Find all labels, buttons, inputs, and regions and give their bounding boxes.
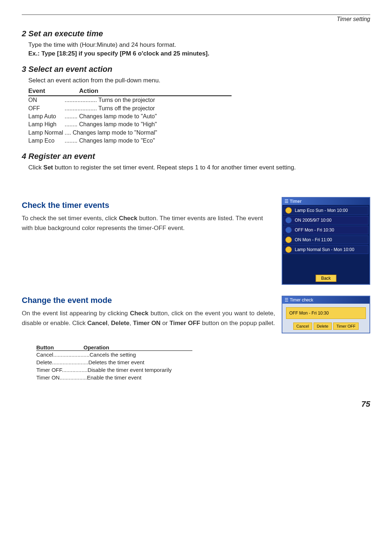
timer-item[interactable]: ON 2005/9/7 10:00 — [283, 216, 368, 225]
timer-item[interactable]: Lamp Eco Sun - Mon 10:00 — [283, 206, 368, 215]
step4-body: Click Set button to register the set tim… — [28, 163, 370, 172]
button-table-header: Button Operation — [36, 344, 192, 351]
button-head-button: Button — [36, 344, 83, 350]
event-row: Lamp Eco........ Changes lamp mode to "E… — [28, 137, 232, 145]
check-title: Check the timer events — [22, 201, 275, 210]
button-op-table: Button Operation Cancel.................… — [36, 344, 192, 381]
button-row: Delete........................Deletes th… — [36, 358, 192, 366]
page-header: Timer setting — [22, 15, 370, 22]
cancel-button[interactable]: Cancel — [293, 323, 312, 330]
clock-icon — [285, 227, 292, 233]
step2-line2: Ex.: Type [18:25] if you specify [PM 6 o… — [28, 50, 209, 57]
timer-panel-title: ☰ Timer — [282, 198, 369, 205]
clock-icon — [285, 237, 292, 243]
popup-buttons: Cancel Delete Timer OFF — [285, 323, 367, 330]
timer-off-button[interactable]: Timer OFF — [333, 323, 359, 330]
timer-icon: ☰ — [285, 199, 290, 204]
step2-title: 2 Set an execute time — [22, 29, 370, 38]
button-row: Cancel........................Cancels th… — [36, 351, 192, 358]
clock-icon — [285, 217, 292, 223]
event-row: OFF.................... Turns off the pr… — [28, 104, 232, 112]
timer-check-title: ☰ Timer check — [282, 296, 369, 304]
selected-event: OFF Mon - Fri 10:30 — [286, 307, 366, 319]
page-number: 75 — [22, 399, 370, 409]
event-row: Lamp High........ Changes lamp mode to "… — [28, 120, 232, 128]
timer-list-screenshot: ☰ Timer Lamp Eco Sun - Mon 10:00 ON 2005… — [282, 197, 370, 285]
timer-panel-footer: Back — [282, 255, 369, 284]
step2-line1: Type the time with (Hour:Minute) and 24 … — [28, 41, 370, 49]
header-section: Timer setting — [337, 16, 370, 22]
button-row: Timer OFF.................Disable the ti… — [36, 366, 192, 374]
event-head-action: Action — [79, 87, 98, 95]
step3-intro: Select an event action from the pull-dow… — [28, 76, 370, 85]
event-table: Event Action ON.................... Turn… — [28, 87, 232, 145]
step3-body: Select an event action from the pull-dow… — [28, 76, 370, 145]
delete-button[interactable]: Delete — [314, 323, 332, 330]
event-row: Lamp Normal.... Changes lamp mode to "No… — [28, 129, 232, 137]
timer-icon: ☰ — [285, 297, 290, 303]
event-head-event: Event — [28, 87, 79, 95]
change-paragraph: On the event list appearing by clicking … — [22, 309, 275, 328]
timer-item[interactable]: OFF Mon - Fri 10:30 — [283, 226, 368, 234]
change-title: Change the event mode — [22, 296, 275, 305]
check-paragraph: To check the set timer events, click Che… — [22, 214, 275, 233]
clock-icon — [285, 207, 292, 214]
event-row: Lamp Auto........ Changes lamp mode to "… — [28, 112, 232, 120]
event-table-header: Event Action — [28, 87, 232, 96]
step3-title: 3 Select an event action — [22, 65, 370, 74]
button-row: Timer ON..................Enable the tim… — [36, 374, 192, 381]
back-button[interactable]: Back — [316, 275, 336, 282]
timer-item[interactable]: Lamp Normal Sun - Mon 10:00 — [283, 245, 368, 254]
step4-title: 4 Register an event — [22, 152, 370, 161]
event-row: ON.................... Turns on the proj… — [28, 96, 232, 104]
timer-item[interactable]: ON Mon - Fri 11:00 — [283, 235, 368, 244]
step2-body: Type the time with (Hour:Minute) and 24 … — [28, 41, 370, 58]
timer-check-screenshot: ☰ Timer check OFF Mon - Fri 10:30 Cancel… — [282, 296, 370, 333]
button-head-op: Operation — [83, 344, 109, 350]
clock-icon — [285, 246, 292, 253]
